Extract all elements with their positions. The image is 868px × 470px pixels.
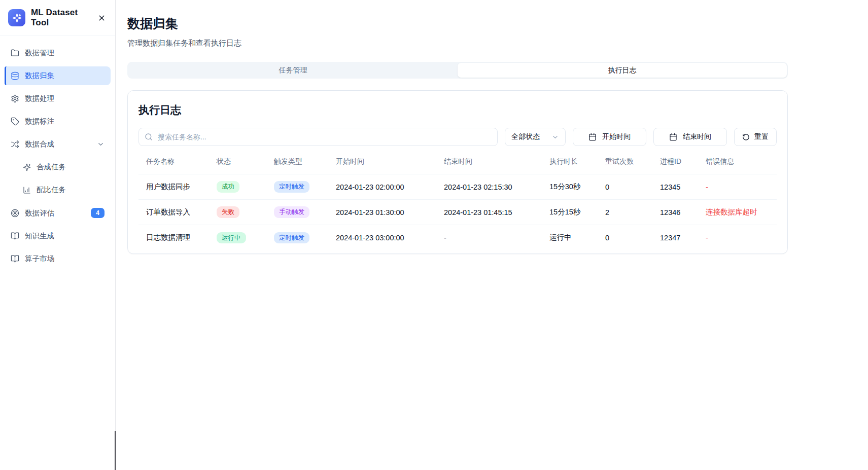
trigger-type-cell: 定时触发	[266, 225, 328, 250]
column-header: 状态	[209, 157, 266, 174]
column-header: 进程ID	[652, 157, 698, 174]
retry-count-cell: 0	[598, 225, 652, 250]
sparkles-icon	[23, 163, 31, 171]
sidebar-item-knowledge-generation[interactable]: 知识生成	[5, 227, 111, 245]
column-header: 开始时间	[328, 157, 436, 174]
sidebar-item-data-management[interactable]: 数据管理	[5, 44, 111, 62]
calendar-icon	[669, 133, 677, 141]
log-table-head-row: 任务名称状态触发类型开始时间结束时间执行时长重试次数进程ID错误信息	[138, 157, 777, 174]
status-badge: 成功	[217, 181, 239, 193]
trigger-type-badge: 定时触发	[274, 181, 309, 193]
error-message-cell: -	[698, 174, 777, 200]
task-name-cell: 订单数据导入	[138, 200, 209, 225]
chevron-down-icon	[97, 140, 105, 148]
column-header: 重试次数	[598, 157, 652, 174]
duration-cell: 运行中	[542, 225, 598, 250]
table-row: 订单数据导入失败手动触发2024-01-23 01:30:002024-01-2…	[138, 200, 777, 225]
column-header: 执行时长	[542, 157, 598, 174]
trigger-type-cell: 定时触发	[266, 174, 328, 200]
sidebar-item-label: 数据管理	[25, 48, 54, 58]
sidebar-item-data-synthesis[interactable]: 数据合成	[5, 135, 111, 154]
notification-badge: 4	[91, 208, 105, 218]
status-badge: 失败	[217, 206, 239, 218]
task-name-cell: 日志数据清理	[138, 225, 209, 250]
sidebar-item-label: 合成任务	[37, 162, 66, 172]
start-time-label: 开始时间	[602, 132, 631, 141]
sidebar-item-label: 数据归集	[25, 71, 54, 81]
page-subtitle: 管理数据归集任务和查看执行日志	[127, 39, 788, 48]
page-title: 数据归集	[127, 15, 788, 32]
end-time-cell: 2024-01-23 01:45:15	[436, 200, 542, 225]
sparkles-icon	[12, 13, 22, 23]
sidebar-item-operator-market[interactable]: 算子市场	[5, 249, 111, 268]
close-icon[interactable]	[96, 13, 107, 23]
target-icon	[11, 209, 19, 218]
sidebar-item-synthesis-tasks[interactable]: 合成任务	[17, 158, 111, 176]
task-name-cell: 用户数据同步	[138, 174, 209, 200]
reset-button[interactable]: 重置	[734, 128, 777, 146]
chevron-down-icon	[551, 133, 559, 141]
sidebar-item-label: 数据标注	[25, 117, 54, 126]
book-open-icon	[11, 255, 19, 263]
search-input[interactable]	[138, 128, 498, 146]
sidebar-item-label: 配比任务	[37, 185, 66, 195]
error-message-cell: -	[698, 225, 777, 250]
sidebar-item-data-processing[interactable]: 数据处理	[5, 89, 111, 108]
end-time-cell: -	[436, 225, 542, 250]
tag-icon	[11, 117, 19, 126]
sidebar-item-data-evaluation[interactable]: 数据评估 4	[5, 203, 111, 223]
table-row: 日志数据清理运行中定时触发2024-01-23 03:00:00-运行中0123…	[138, 225, 777, 250]
start-time-cell: 2024-01-23 03:00:00	[328, 225, 436, 250]
start-time-cell: 2024-01-23 02:00:00	[328, 174, 436, 200]
database-icon	[11, 71, 19, 80]
duration-cell: 15分15秒	[542, 200, 598, 225]
end-time-button[interactable]: 结束时间	[653, 128, 727, 146]
status-filter-select[interactable]: 全部状态	[505, 128, 566, 146]
table-row: 用户数据同步成功定时触发2024-01-23 02:00:002024-01-2…	[138, 174, 777, 200]
trigger-type-cell: 手动触发	[266, 200, 328, 225]
sidebar-item-label: 算子市场	[25, 254, 54, 264]
reset-label: 重置	[754, 132, 769, 141]
status-badge: 运行中	[217, 232, 246, 244]
app-logo	[8, 9, 25, 26]
sidebar-item-data-labeling[interactable]: 数据标注	[5, 112, 111, 131]
sidebar-item-data-collection[interactable]: 数据归集	[5, 66, 111, 85]
tab-task-management[interactable]: 任务管理	[128, 63, 458, 78]
app-title: ML Dataset Tool	[31, 8, 91, 28]
sidebar-item-ratio-tasks[interactable]: 配比任务	[17, 180, 111, 199]
end-time-cell: 2024-01-23 02:15:30	[436, 174, 542, 200]
sidebar-header: ML Dataset Tool	[0, 0, 115, 36]
status-cell: 运行中	[209, 225, 266, 250]
retry-count-cell: 2	[598, 200, 652, 225]
main-content: 数据归集 管理数据归集任务和查看执行日志 任务管理 执行日志 执行日志 全部状态…	[116, 0, 868, 470]
status-cell: 成功	[209, 174, 266, 200]
filter-bar: 全部状态 开始时间 结束时间 重置	[138, 128, 777, 146]
sidebar-item-label: 数据处理	[25, 94, 54, 103]
execution-logs-panel: 执行日志 全部状态 开始时间 结束时间 重置	[127, 90, 788, 254]
calendar-icon	[588, 133, 597, 141]
panel-title: 执行日志	[138, 103, 777, 117]
rotate-ccw-icon	[742, 133, 750, 141]
gear-icon	[11, 94, 19, 103]
tab-execution-logs[interactable]: 执行日志	[458, 63, 787, 78]
bar-chart-icon	[23, 186, 31, 194]
folder-icon	[11, 49, 19, 57]
book-open-icon	[11, 232, 19, 240]
sidebar-item-label: 知识生成	[25, 231, 54, 241]
column-header: 触发类型	[266, 157, 328, 174]
duration-cell: 15分30秒	[542, 174, 598, 200]
trigger-type-badge: 定时触发	[274, 232, 309, 244]
tab-bar: 任务管理 执行日志	[127, 62, 788, 79]
retry-count-cell: 0	[598, 174, 652, 200]
sidebar: ML Dataset Tool 数据管理 数据归集 数据处理 数据标注 数据合成	[0, 0, 116, 470]
process-id-cell: 12347	[652, 225, 698, 250]
column-header: 任务名称	[138, 157, 209, 174]
trigger-type-badge: 手动触发	[274, 206, 309, 218]
process-id-cell: 12345	[652, 174, 698, 200]
start-time-button[interactable]: 开始时间	[573, 128, 646, 146]
sidebar-item-label: 数据评估	[25, 208, 54, 218]
sidebar-nav: 数据管理 数据归集 数据处理 数据标注 数据合成 合成任务 配比任务	[0, 36, 115, 280]
status-filter-value: 全部状态	[511, 132, 540, 141]
process-id-cell: 12346	[652, 200, 698, 225]
start-time-cell: 2024-01-23 01:30:00	[328, 200, 436, 225]
